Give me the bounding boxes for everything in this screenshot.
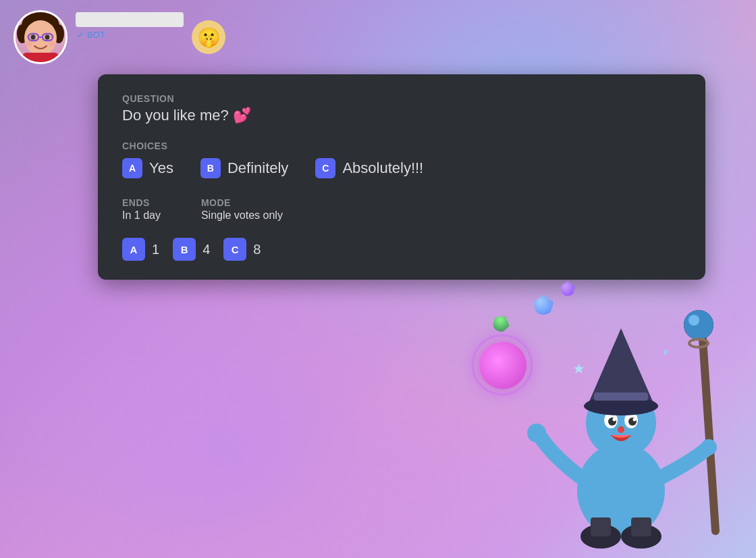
- mode-item: Mode Single votes only: [201, 197, 283, 222]
- vote-count-c: 8: [253, 242, 261, 257]
- votes-row: A 1 B 4 C 8: [122, 238, 681, 261]
- svg-point-8: [31, 35, 36, 40]
- vote-b[interactable]: B 4: [173, 238, 210, 261]
- choice-b-text: Definitely: [227, 159, 288, 177]
- ends-item: Ends In 1 day: [122, 197, 161, 222]
- mode-label: Mode: [201, 197, 283, 208]
- choice-badge-c: C: [315, 158, 335, 178]
- vote-count-a: 1: [152, 242, 159, 257]
- choice-c-text: Absolutely!!!: [342, 159, 423, 177]
- choices-label: Choices: [122, 141, 681, 151]
- top-bar: BOT 🤫: [0, 0, 756, 74]
- user-avatar: [14, 10, 68, 64]
- choices-row: A Yes B Definitely C Absolutely!!!: [122, 158, 681, 178]
- question-label: Question: [122, 93, 681, 104]
- vote-badge-c: C: [223, 238, 246, 261]
- svg-point-9: [45, 35, 50, 40]
- avatar-emoji: [16, 12, 65, 62]
- choice-b: B Definitely: [200, 158, 288, 178]
- svg-rect-4: [22, 53, 59, 62]
- bot-avatar: 🤫: [192, 20, 225, 54]
- username-bar: [76, 12, 184, 27]
- choice-a: A Yes: [122, 158, 173, 178]
- choice-badge-b: B: [200, 158, 221, 178]
- poll-card: Question Do you like me? 💕 Choices A Yes…: [98, 74, 705, 280]
- vote-c[interactable]: C 8: [223, 238, 261, 261]
- vote-badge-b: B: [173, 238, 196, 261]
- ends-value: In 1 day: [122, 209, 161, 222]
- svg-point-10: [26, 41, 32, 47]
- choice-badge-a: A: [122, 158, 142, 178]
- choice-c: C Absolutely!!!: [315, 158, 423, 178]
- choice-a-text: Yes: [149, 159, 173, 177]
- user-info: BOT: [76, 12, 184, 40]
- vote-a[interactable]: A 1: [122, 238, 159, 261]
- ends-label: Ends: [122, 197, 161, 208]
- meta-row: Ends In 1 day Mode Single votes only: [122, 197, 681, 222]
- vote-count-b: 4: [202, 242, 210, 257]
- mode-value: Single votes only: [201, 209, 283, 222]
- bot-label: BOT: [77, 30, 184, 40]
- svg-point-11: [49, 41, 55, 47]
- poll-question: Do you like me? 💕: [122, 107, 681, 124]
- vote-badge-a: A: [122, 238, 145, 261]
